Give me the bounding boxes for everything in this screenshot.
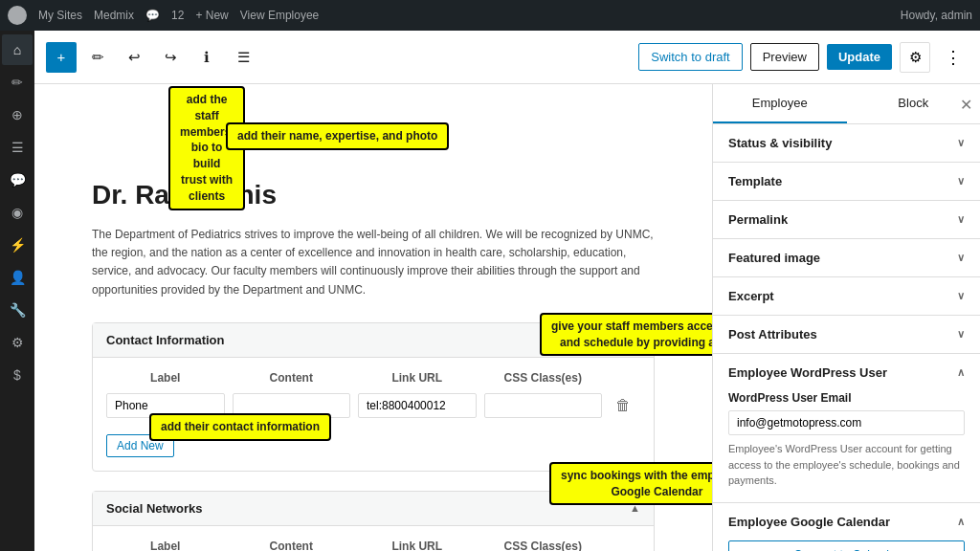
- social-section-title: Social Networks: [106, 501, 202, 516]
- social-col-label: Label: [106, 540, 225, 551]
- redo-button[interactable]: ↪: [155, 42, 186, 73]
- contact-section-title: Contact Information: [106, 333, 225, 347]
- wp-user-email-input[interactable]: [728, 410, 965, 435]
- connect-to-calendar-button[interactable]: Connect to Calendar: [728, 540, 965, 552]
- annotation-bookings: give your staff members access to their …: [540, 313, 712, 357]
- sidebar-icon-settings[interactable]: ⚙: [2, 327, 33, 358]
- right-panel: Employee Block ✕ Status & visibility ∨ T…: [712, 84, 980, 551]
- switch-to-draft-button[interactable]: Switch to draft: [638, 43, 742, 71]
- edit-button[interactable]: ✏: [82, 42, 113, 73]
- new-link[interactable]: + New: [195, 9, 228, 22]
- list-view-button[interactable]: ☰: [228, 42, 258, 73]
- wp-user-email-label: WordPress User Email: [728, 391, 965, 405]
- wp-user-section: Employee WordPress User ∧ WordPress User…: [713, 354, 980, 503]
- contact-col-css: CSS Class(es): [484, 371, 603, 385]
- excerpt-label: Excerpt: [728, 289, 774, 303]
- contact-col-label: Label: [106, 371, 225, 385]
- template-label: Template: [728, 174, 782, 188]
- excerpt-header[interactable]: Excerpt ∨: [713, 277, 980, 315]
- sidebar-icon-pages[interactable]: ☰: [2, 132, 33, 163]
- comments-icon[interactable]: 💬: [145, 9, 160, 22]
- status-visibility-label: Status & visibility: [728, 136, 832, 150]
- excerpt-section: Excerpt ∨: [713, 277, 980, 316]
- permalink-label: Permalink: [728, 212, 788, 227]
- medmix-link[interactable]: Medmix: [94, 9, 134, 22]
- calendar-section: Employee Google Calendar ∧ Connect to Ca…: [713, 503, 980, 552]
- permalink-chevron: ∨: [957, 213, 965, 226]
- close-panel-button[interactable]: ✕: [960, 95, 972, 113]
- sidebar-icon-edit[interactable]: ✏: [2, 67, 33, 98]
- comments-count: 12: [171, 9, 184, 22]
- annotation-name: add their name, expertise, and photo: [226, 122, 449, 150]
- contact-link-input[interactable]: [358, 393, 477, 418]
- editor-toolbar: + ✏ ↩ ↪ ℹ ☰ Switch to draft Preview Upda…: [34, 31, 980, 84]
- howdy-text: Howdy, admin: [901, 9, 972, 22]
- sidebar-icon-home[interactable]: ⌂: [2, 34, 33, 65]
- sidebar-icon-search[interactable]: ⊕: [2, 99, 33, 130]
- annotation-calendar: sync bookings with the employee'sGoogle …: [549, 462, 712, 506]
- contact-col-action: [610, 371, 640, 385]
- template-section: Template ∨: [713, 163, 980, 201]
- featured-image-section: Featured image ∨: [713, 239, 980, 277]
- editor-area: add the staff members' bio to build trus…: [34, 84, 712, 551]
- featured-image-label: Featured image: [728, 251, 820, 265]
- undo-button[interactable]: ↩: [119, 42, 149, 73]
- info-button[interactable]: ℹ: [191, 42, 222, 73]
- employee-bio: The Department of Pediatrics strives to …: [92, 226, 655, 299]
- view-employee-link[interactable]: View Employee: [240, 9, 320, 22]
- sidebar-icon-appearance[interactable]: ◉: [2, 197, 33, 228]
- sidebar-icon-comments[interactable]: 💬: [2, 165, 33, 195]
- sidebar-icon-dollar[interactable]: $: [2, 360, 33, 390]
- add-block-button[interactable]: +: [46, 42, 77, 73]
- right-panel-tabs: Employee Block ✕: [713, 84, 980, 124]
- permalink-section: Permalink ∨: [713, 201, 980, 239]
- wp-user-section-header[interactable]: Employee WordPress User ∧: [713, 354, 980, 391]
- sidebar-icon-plugins[interactable]: ⚡: [2, 230, 33, 260]
- wp-user-chevron: ∧: [957, 366, 965, 379]
- post-attributes-label: Post Attributes: [728, 327, 817, 342]
- social-section-body: Label Content Link URL CSS Class(es): [93, 526, 654, 551]
- wp-user-description: Employee's WordPress User account for ge…: [728, 441, 965, 489]
- permalink-header[interactable]: Permalink ∨: [713, 201, 980, 238]
- social-col-content: Content: [233, 540, 351, 551]
- contact-delete-button[interactable]: 🗑: [610, 392, 636, 419]
- admin-bar: My Sites Medmix 💬 12 + New View Employee…: [0, 0, 980, 31]
- social-col-link: Link URL: [358, 540, 477, 551]
- sidebar-icon-users[interactable]: 👤: [2, 262, 33, 293]
- update-button[interactable]: Update: [827, 44, 892, 70]
- tab-employee[interactable]: Employee: [713, 84, 847, 123]
- social-col-action: [610, 540, 640, 551]
- template-header[interactable]: Template ∨: [713, 163, 980, 200]
- template-chevron: ∨: [957, 175, 965, 187]
- calendar-section-title: Employee Google Calendar: [728, 515, 890, 529]
- post-attributes-chevron: ∨: [957, 328, 965, 341]
- contact-css-input[interactable]: [484, 393, 603, 418]
- annotation-contact: add their contact information: [149, 413, 331, 441]
- wp-user-section-title: Employee WordPress User: [728, 365, 887, 380]
- status-visibility-header[interactable]: Status & visibility ∨: [713, 124, 980, 162]
- contact-table-header: Label Content Link URL CSS Class(es): [106, 371, 640, 385]
- wp-logo-icon: [8, 6, 27, 25]
- contact-col-link: Link URL: [358, 371, 477, 385]
- more-options-button[interactable]: ⋮: [938, 42, 969, 73]
- post-attributes-section: Post Attributes ∨: [713, 316, 980, 354]
- featured-image-header[interactable]: Featured image ∨: [713, 239, 980, 276]
- contact-col-content: Content: [233, 371, 351, 385]
- settings-button[interactable]: ⚙: [900, 42, 930, 73]
- status-visibility-chevron: ∨: [957, 137, 965, 149]
- wp-user-section-body: WordPress User Email Employee's WordPres…: [713, 391, 980, 502]
- calendar-chevron: ∧: [957, 516, 965, 528]
- social-col-css: CSS Class(es): [484, 540, 603, 551]
- sidebar-icons: ⌂ ✏ ⊕ ☰ 💬 ◉ ⚡ 👤 🔧 ⚙ $: [0, 31, 34, 551]
- status-visibility-section: Status & visibility ∨: [713, 124, 980, 163]
- my-sites-link[interactable]: My Sites: [38, 9, 82, 22]
- social-table-header: Label Content Link URL CSS Class(es): [106, 540, 640, 551]
- excerpt-chevron: ∨: [957, 290, 965, 302]
- post-attributes-header[interactable]: Post Attributes ∨: [713, 316, 980, 353]
- preview-button[interactable]: Preview: [750, 43, 819, 71]
- calendar-section-header[interactable]: Employee Google Calendar ∧: [728, 515, 965, 529]
- featured-image-chevron: ∨: [957, 252, 965, 264]
- sidebar-icon-tools[interactable]: 🔧: [2, 295, 33, 325]
